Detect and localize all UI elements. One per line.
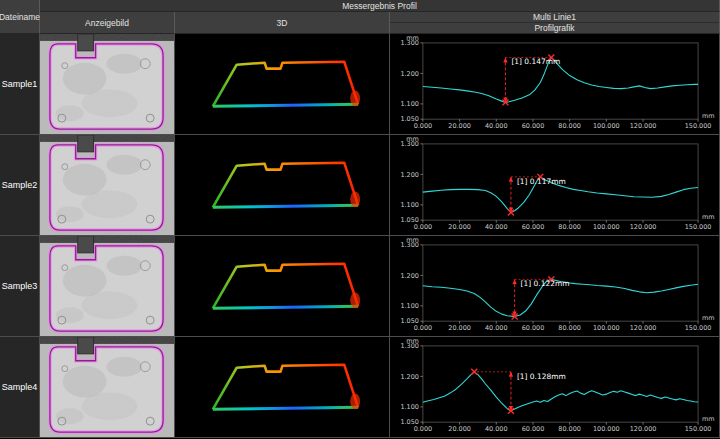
svg-text:[1] 0.122mm: [1] 0.122mm: [521, 279, 570, 288]
sample-photo: [40, 236, 174, 336]
profile-3d-hotspot: [350, 292, 360, 308]
svg-text:40.000: 40.000: [485, 425, 508, 433]
svg-text:1.100: 1.100: [400, 100, 419, 108]
svg-text:100.000: 100.000: [593, 122, 620, 130]
filename-cell[interactable]: Sample3: [0, 236, 40, 337]
filename-cell[interactable]: Sample1: [0, 34, 40, 135]
svg-text:40.000: 40.000: [485, 223, 508, 231]
svg-text:mm: mm: [702, 314, 715, 322]
profile-3d-hotspot: [350, 393, 360, 409]
svg-text:[1] 0.117mm: [1] 0.117mm: [517, 177, 566, 186]
3d-view-cell[interactable]: [175, 135, 390, 236]
svg-text:40.000: 40.000: [485, 122, 508, 130]
profile-graph: 0.00020.00040.00060.00080.000100.000120.…: [390, 34, 719, 134]
svg-text:mm: mm: [702, 213, 715, 221]
3d-view-cell[interactable]: [175, 34, 390, 135]
profile-graph: 0.00020.00040.00060.00080.000100.000120.…: [390, 135, 719, 235]
svg-text:150.000: 150.000: [685, 122, 712, 130]
profile-3d-bottom-edge: [213, 205, 358, 207]
profile-graph-cell[interactable]: 0.00020.00040.00060.00080.000100.000120.…: [390, 135, 720, 236]
svg-text:80.000: 80.000: [558, 324, 581, 332]
display-image-cell[interactable]: [40, 337, 175, 438]
svg-text:mm: mm: [406, 135, 419, 143]
measurement-results-window: Messergebnis Profil Dateiname Anzeigebil…: [0, 0, 720, 439]
svg-text:80.000: 80.000: [558, 425, 581, 433]
svg-text:1.100: 1.100: [400, 201, 419, 209]
svg-text:20.000: 20.000: [448, 223, 471, 231]
header-profil-column: Multi Linie1 Profilgrafik: [390, 12, 720, 34]
svg-text:150.000: 150.000: [685, 223, 712, 231]
profile-3d-top-edge: [213, 62, 358, 107]
svg-text:mm: mm: [406, 236, 419, 244]
svg-text:80.000: 80.000: [558, 223, 581, 231]
header-profilgrafik: Profilgrafik: [390, 23, 719, 33]
svg-text:120.000: 120.000: [630, 122, 657, 130]
svg-text:[1] 0.147mm: [1] 0.147mm: [511, 58, 560, 67]
display-image-cell[interactable]: [40, 34, 175, 135]
clamp-tab: [78, 34, 94, 51]
profile-3d-view: [175, 236, 389, 336]
profile-graph-cell[interactable]: 0.00020.00040.00060.00080.000100.000120.…: [390, 34, 720, 135]
svg-text:1.050: 1.050: [400, 115, 419, 123]
svg-text:1.100: 1.100: [400, 403, 419, 411]
profile-3d-top-edge: [213, 365, 358, 410]
svg-text:1.200: 1.200: [400, 373, 419, 381]
header-3d-label: 3D: [277, 18, 288, 28]
svg-text:150.000: 150.000: [685, 324, 712, 332]
svg-text:100.000: 100.000: [593, 223, 620, 231]
header-dateiname: Dateiname: [0, 0, 40, 34]
svg-text:mm: mm: [702, 112, 715, 120]
header-3d: 3D: [175, 12, 390, 34]
svg-text:60.000: 60.000: [522, 425, 545, 433]
display-image-cell[interactable]: [40, 236, 175, 337]
filename-cell[interactable]: Sample4: [0, 337, 40, 438]
profile-3d-bottom-edge: [213, 306, 358, 308]
sample-name: Sample2: [2, 180, 38, 190]
profile-graph-cell[interactable]: 0.00020.00040.00060.00080.000100.000120.…: [390, 337, 720, 438]
sample-photo: [40, 135, 174, 235]
svg-text:1.050: 1.050: [400, 317, 419, 325]
clamp-tab: [78, 337, 94, 354]
svg-text:80.000: 80.000: [558, 122, 581, 130]
svg-text:100.000: 100.000: [593, 425, 620, 433]
svg-text:60.000: 60.000: [522, 122, 545, 130]
svg-text:mm: mm: [406, 337, 419, 345]
3d-view-cell[interactable]: [175, 337, 390, 438]
clamp-tab: [78, 236, 94, 253]
header-messergebnis-profil: Messergebnis Profil: [40, 0, 720, 12]
svg-text:150.000: 150.000: [685, 425, 712, 433]
profile-3d-view: [175, 337, 389, 437]
profile-graph-cell[interactable]: 0.00020.00040.00060.00080.000100.000120.…: [390, 236, 720, 337]
sample-name: Sample1: [2, 79, 38, 89]
profile-3d-view: [175, 135, 389, 235]
sample-photo: [40, 34, 174, 134]
sample-name: Sample3: [2, 281, 38, 291]
svg-text:20.000: 20.000: [448, 324, 471, 332]
profile-3d-top-edge: [213, 163, 358, 208]
3d-view-cell[interactable]: [175, 236, 390, 337]
profile-3d-view: [175, 34, 389, 134]
svg-text:1.050: 1.050: [400, 418, 419, 426]
profile-3d-bottom-edge: [213, 104, 358, 106]
sample-photo: [40, 337, 174, 437]
svg-text:100.000: 100.000: [593, 324, 620, 332]
svg-text:1.200: 1.200: [400, 171, 419, 179]
header-multi-linie-label: Multi Linie1: [533, 12, 576, 22]
svg-text:20.000: 20.000: [448, 425, 471, 433]
header-anzeigebild-label: Anzeigebild: [85, 18, 129, 28]
display-image-cell[interactable]: [40, 135, 175, 236]
profile-3d-top-edge: [213, 264, 358, 309]
svg-text:60.000: 60.000: [522, 223, 545, 231]
profile-graph: 0.00020.00040.00060.00080.000100.000120.…: [390, 236, 719, 336]
header-anzeigebild: Anzeigebild: [40, 12, 175, 34]
svg-text:mm: mm: [702, 415, 715, 423]
sample-name: Sample4: [2, 382, 38, 392]
filename-cell[interactable]: Sample2: [0, 135, 40, 236]
svg-text:120.000: 120.000: [630, 223, 657, 231]
header-title-label: Messergebnis Profil: [342, 1, 417, 11]
header-multi-linie: Multi Linie1: [390, 12, 719, 23]
svg-text:[1] 0.128mm: [1] 0.128mm: [517, 372, 566, 381]
svg-text:120.000: 120.000: [630, 425, 657, 433]
header-dateiname-label: Dateiname: [0, 12, 40, 22]
profile-graph: 0.00020.00040.00060.00080.000100.000120.…: [390, 337, 719, 437]
